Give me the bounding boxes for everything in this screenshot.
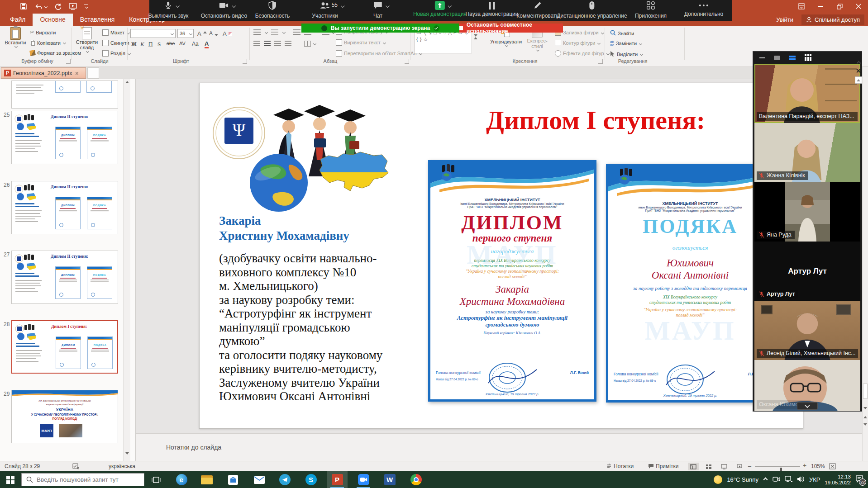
new-share-button[interactable]: Новая демонстрация [413, 1, 467, 20]
reset-button[interactable]: Скинути [102, 40, 129, 46]
previous-slide-icon[interactable] [863, 416, 867, 418]
reading-view-button[interactable] [719, 463, 730, 470]
share-chevron-icon[interactable] [448, 4, 452, 8]
search-input[interactable] [37, 476, 136, 483]
gallery-view-icon[interactable] [805, 54, 811, 61]
shape-effects-button[interactable]: Ефекти для фігур [555, 50, 609, 57]
select-button[interactable]: Виділити [610, 51, 643, 57]
video-options-chevron-icon[interactable] [232, 4, 236, 8]
shrink-font-button[interactable]: A [209, 30, 218, 37]
video-tile[interactable]: Леонід Білий, Хмельницький Інс... [754, 301, 860, 360]
clipboard-dialog-launcher-icon[interactable] [66, 59, 71, 64]
close-button[interactable] [849, 0, 868, 13]
font-dialog-launcher-icon[interactable] [243, 59, 247, 64]
notes-toggle[interactable]: Нотатки [606, 463, 634, 469]
change-case-button[interactable]: Aa [192, 41, 199, 47]
scroll-up-icon[interactable] [125, 81, 129, 83]
chat-button[interactable]: Чат [373, 1, 383, 20]
next-slide-icon[interactable] [863, 423, 867, 426]
action-center-icon[interactable]: 22 [855, 475, 863, 484]
thumbnail-slide-24-partial[interactable] [11, 81, 118, 109]
network-icon[interactable] [785, 476, 792, 484]
start-button[interactable] [0, 471, 21, 488]
ribbon-display-options-icon[interactable] [792, 0, 811, 13]
recipient-name-text[interactable]: Закаріа Христину Мохамадівну [219, 213, 349, 243]
bold-button[interactable]: Ж [131, 41, 137, 47]
zoom-level[interactable]: 105% [811, 463, 825, 469]
slide-sorter-view-button[interactable] [703, 463, 714, 470]
bullets-button[interactable] [253, 29, 285, 35]
tab-file[interactable]: Файл [3, 14, 33, 26]
spell-check-icon[interactable] [72, 463, 79, 471]
remote-control-button[interactable]: Дистанционное управление [557, 1, 627, 20]
task-view-button[interactable] [146, 471, 167, 488]
slide-counter[interactable]: Слайд 28 з 29 [5, 463, 40, 469]
chat-chevron-icon[interactable] [386, 4, 389, 8]
zoom-slider[interactable] [755, 466, 800, 467]
taskbar-search[interactable] [21, 473, 144, 486]
restore-button[interactable] [830, 0, 849, 13]
clock[interactable]: 12:1319.05.2022 [825, 474, 851, 486]
document-tab[interactable]: P Геополітика_2022.pptx [1, 67, 86, 79]
fit-slide-button[interactable] [829, 463, 836, 471]
scrollbar-thumb[interactable] [863, 384, 868, 399]
participants-chevron-icon[interactable] [341, 4, 344, 8]
paste-button[interactable]: Вставити [4, 27, 27, 47]
scroll-top-button[interactable] [855, 76, 862, 84]
taskbar-chrome[interactable] [405, 471, 426, 488]
clear-formatting-button[interactable]: A [223, 30, 232, 37]
redo-icon[interactable] [54, 3, 62, 10]
collapse-up-icon[interactable] [856, 61, 861, 66]
character-spacing-button[interactable]: AV [179, 41, 186, 46]
slide-canvas[interactable]: Ψ МАУП Диплом І ступеня: Закаріа Христин… [199, 83, 803, 429]
shape-outline-button[interactable]: Контур фігури [555, 40, 600, 46]
video-tile[interactable]: Валентина Парандій, експерт НАЗ... [754, 64, 860, 123]
strikethrough-button[interactable]: S [157, 41, 161, 48]
undo-dropdown-icon[interactable] [44, 5, 48, 8]
layout-button[interactable]: Макет [102, 29, 129, 36]
slideshow-view-button[interactable] [734, 463, 745, 470]
zoom-tray-icon[interactable] [773, 476, 780, 484]
stop-video-button[interactable]: Остановить видео [201, 1, 247, 20]
font-color-button[interactable]: А [205, 41, 209, 48]
document-tab-stub[interactable] [87, 67, 99, 79]
video-tile-no-video[interactable]: Артур Лут Артур Лут [754, 242, 860, 301]
notes-placeholder[interactable]: Нотатки до слайда [166, 444, 221, 451]
align-text-button[interactable]: Вирівняти текст [336, 39, 386, 46]
slide-body-text[interactable]: (здобувачку освіти навчально-виховного к… [219, 251, 382, 403]
new-slide-button[interactable]: ✳ Створити слайд [75, 27, 99, 52]
save-icon[interactable] [20, 3, 27, 10]
font-size-combobox[interactable]: 36 [177, 29, 194, 38]
smartart-button[interactable]: Перетворити на об'єкт SmartArt [336, 50, 422, 57]
thumbnail-slide-28-selected[interactable]: Диплом І ступеня: ДИПЛОМ ПОДЯКА [11, 320, 118, 374]
stop-share-button[interactable]: Остановить совместное использование [459, 24, 563, 33]
tab-home[interactable]: Основне [33, 14, 72, 26]
taskbar-telegram[interactable] [274, 471, 295, 488]
apps-button[interactable]: Приложения [635, 1, 667, 20]
text-shadow-button[interactable]: abe [167, 41, 175, 46]
replace-button[interactable]: abac Замінити [610, 40, 642, 47]
vertical-scrollbar[interactable] [862, 67, 868, 461]
thumbnail-slide-25[interactable]: Диплом ІІ ступеня: ДИПЛОМ ПОДЯКА [11, 111, 118, 164]
share-button[interactable]: Спільний доступ [801, 14, 864, 25]
thumbnail-slide-29[interactable]: ХІХ Всеукраїнської студентської та учнів… [11, 390, 118, 443]
annotate-button[interactable]: Комментировать [516, 1, 558, 20]
tab-insert[interactable]: Вставлення [73, 14, 122, 26]
zoom-out-button[interactable]: − [748, 462, 752, 470]
taskbar-edge[interactable]: e [171, 471, 192, 488]
panel-minimize-icon[interactable] [759, 57, 765, 58]
drawing-dialog-launcher-icon[interactable] [598, 59, 603, 64]
taskbar-powerpoint-active[interactable]: P [327, 471, 348, 488]
scroll-down-icon[interactable] [125, 452, 129, 455]
hidden-icons-chevron-icon[interactable] [763, 478, 768, 482]
normal-view-button[interactable] [688, 463, 699, 470]
section-button[interactable]: Розділ [102, 50, 130, 57]
video-tile[interactable]: Жанна Кілівнік [754, 123, 860, 182]
grow-font-button[interactable]: A [197, 30, 207, 37]
find-button[interactable]: Знайти [610, 30, 634, 37]
align-buttons[interactable] [253, 41, 291, 46]
slide-title[interactable]: Диплом І ступеня: [394, 105, 797, 135]
thumbnail-slide-27[interactable]: Диплом ІІ ступеня: ДИПЛОМ ПОДЯКА [11, 251, 118, 304]
mute-button[interactable]: Выключить звук [148, 1, 189, 20]
underline-button[interactable]: П [148, 41, 153, 47]
